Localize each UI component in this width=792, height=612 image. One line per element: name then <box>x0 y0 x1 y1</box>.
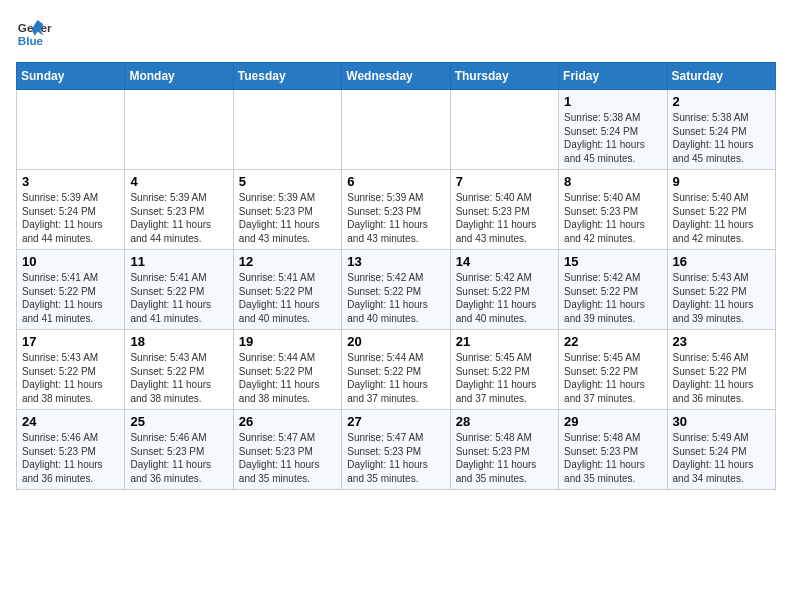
day-cell: 16Sunrise: 5:43 AM Sunset: 5:22 PM Dayli… <box>667 250 775 330</box>
day-number: 25 <box>130 414 227 429</box>
day-cell <box>17 90 125 170</box>
logo: General Blue <box>16 16 56 52</box>
day-number: 11 <box>130 254 227 269</box>
day-number: 19 <box>239 334 336 349</box>
header-sunday: Sunday <box>17 63 125 90</box>
day-number: 20 <box>347 334 444 349</box>
day-cell: 27Sunrise: 5:47 AM Sunset: 5:23 PM Dayli… <box>342 410 450 490</box>
header-tuesday: Tuesday <box>233 63 341 90</box>
logo-icon: General Blue <box>16 16 52 52</box>
day-number: 2 <box>673 94 770 109</box>
day-info: Sunrise: 5:39 AM Sunset: 5:23 PM Dayligh… <box>239 191 336 245</box>
day-cell: 11Sunrise: 5:41 AM Sunset: 5:22 PM Dayli… <box>125 250 233 330</box>
day-info: Sunrise: 5:44 AM Sunset: 5:22 PM Dayligh… <box>347 351 444 405</box>
day-info: Sunrise: 5:47 AM Sunset: 5:23 PM Dayligh… <box>239 431 336 485</box>
header-friday: Friday <box>559 63 667 90</box>
day-info: Sunrise: 5:45 AM Sunset: 5:22 PM Dayligh… <box>564 351 661 405</box>
day-info: Sunrise: 5:42 AM Sunset: 5:22 PM Dayligh… <box>456 271 553 325</box>
day-cell: 1Sunrise: 5:38 AM Sunset: 5:24 PM Daylig… <box>559 90 667 170</box>
day-cell <box>450 90 558 170</box>
day-info: Sunrise: 5:45 AM Sunset: 5:22 PM Dayligh… <box>456 351 553 405</box>
svg-text:Blue: Blue <box>18 34 44 47</box>
day-number: 9 <box>673 174 770 189</box>
week-row-2: 3Sunrise: 5:39 AM Sunset: 5:24 PM Daylig… <box>17 170 776 250</box>
header-row: SundayMondayTuesdayWednesdayThursdayFrid… <box>17 63 776 90</box>
day-cell: 17Sunrise: 5:43 AM Sunset: 5:22 PM Dayli… <box>17 330 125 410</box>
day-cell: 10Sunrise: 5:41 AM Sunset: 5:22 PM Dayli… <box>17 250 125 330</box>
day-cell: 19Sunrise: 5:44 AM Sunset: 5:22 PM Dayli… <box>233 330 341 410</box>
day-info: Sunrise: 5:41 AM Sunset: 5:22 PM Dayligh… <box>130 271 227 325</box>
day-info: Sunrise: 5:38 AM Sunset: 5:24 PM Dayligh… <box>564 111 661 165</box>
day-info: Sunrise: 5:40 AM Sunset: 5:23 PM Dayligh… <box>456 191 553 245</box>
day-number: 12 <box>239 254 336 269</box>
day-cell: 29Sunrise: 5:48 AM Sunset: 5:23 PM Dayli… <box>559 410 667 490</box>
day-number: 30 <box>673 414 770 429</box>
day-info: Sunrise: 5:43 AM Sunset: 5:22 PM Dayligh… <box>673 271 770 325</box>
day-number: 10 <box>22 254 119 269</box>
day-number: 7 <box>456 174 553 189</box>
day-cell: 4Sunrise: 5:39 AM Sunset: 5:23 PM Daylig… <box>125 170 233 250</box>
day-cell: 21Sunrise: 5:45 AM Sunset: 5:22 PM Dayli… <box>450 330 558 410</box>
day-cell: 23Sunrise: 5:46 AM Sunset: 5:22 PM Dayli… <box>667 330 775 410</box>
day-info: Sunrise: 5:38 AM Sunset: 5:24 PM Dayligh… <box>673 111 770 165</box>
day-info: Sunrise: 5:39 AM Sunset: 5:24 PM Dayligh… <box>22 191 119 245</box>
day-info: Sunrise: 5:40 AM Sunset: 5:22 PM Dayligh… <box>673 191 770 245</box>
calendar-table: SundayMondayTuesdayWednesdayThursdayFrid… <box>16 62 776 490</box>
day-info: Sunrise: 5:48 AM Sunset: 5:23 PM Dayligh… <box>564 431 661 485</box>
day-number: 24 <box>22 414 119 429</box>
day-info: Sunrise: 5:44 AM Sunset: 5:22 PM Dayligh… <box>239 351 336 405</box>
day-info: Sunrise: 5:40 AM Sunset: 5:23 PM Dayligh… <box>564 191 661 245</box>
day-number: 6 <box>347 174 444 189</box>
day-info: Sunrise: 5:43 AM Sunset: 5:22 PM Dayligh… <box>130 351 227 405</box>
day-number: 5 <box>239 174 336 189</box>
day-number: 8 <box>564 174 661 189</box>
day-cell: 8Sunrise: 5:40 AM Sunset: 5:23 PM Daylig… <box>559 170 667 250</box>
day-number: 4 <box>130 174 227 189</box>
day-info: Sunrise: 5:43 AM Sunset: 5:22 PM Dayligh… <box>22 351 119 405</box>
day-cell: 12Sunrise: 5:41 AM Sunset: 5:22 PM Dayli… <box>233 250 341 330</box>
day-info: Sunrise: 5:49 AM Sunset: 5:24 PM Dayligh… <box>673 431 770 485</box>
day-cell: 18Sunrise: 5:43 AM Sunset: 5:22 PM Dayli… <box>125 330 233 410</box>
header-saturday: Saturday <box>667 63 775 90</box>
day-cell <box>125 90 233 170</box>
day-number: 15 <box>564 254 661 269</box>
week-row-5: 24Sunrise: 5:46 AM Sunset: 5:23 PM Dayli… <box>17 410 776 490</box>
day-number: 14 <box>456 254 553 269</box>
day-info: Sunrise: 5:42 AM Sunset: 5:22 PM Dayligh… <box>347 271 444 325</box>
day-cell: 6Sunrise: 5:39 AM Sunset: 5:23 PM Daylig… <box>342 170 450 250</box>
day-cell: 15Sunrise: 5:42 AM Sunset: 5:22 PM Dayli… <box>559 250 667 330</box>
day-cell: 14Sunrise: 5:42 AM Sunset: 5:22 PM Dayli… <box>450 250 558 330</box>
day-cell: 20Sunrise: 5:44 AM Sunset: 5:22 PM Dayli… <box>342 330 450 410</box>
day-info: Sunrise: 5:46 AM Sunset: 5:23 PM Dayligh… <box>130 431 227 485</box>
day-number: 23 <box>673 334 770 349</box>
day-cell <box>342 90 450 170</box>
day-cell: 30Sunrise: 5:49 AM Sunset: 5:24 PM Dayli… <box>667 410 775 490</box>
day-number: 16 <box>673 254 770 269</box>
day-cell: 3Sunrise: 5:39 AM Sunset: 5:24 PM Daylig… <box>17 170 125 250</box>
day-info: Sunrise: 5:39 AM Sunset: 5:23 PM Dayligh… <box>130 191 227 245</box>
day-cell: 9Sunrise: 5:40 AM Sunset: 5:22 PM Daylig… <box>667 170 775 250</box>
day-number: 1 <box>564 94 661 109</box>
day-number: 13 <box>347 254 444 269</box>
day-info: Sunrise: 5:46 AM Sunset: 5:23 PM Dayligh… <box>22 431 119 485</box>
day-number: 27 <box>347 414 444 429</box>
day-number: 22 <box>564 334 661 349</box>
header-wednesday: Wednesday <box>342 63 450 90</box>
header-monday: Monday <box>125 63 233 90</box>
day-info: Sunrise: 5:42 AM Sunset: 5:22 PM Dayligh… <box>564 271 661 325</box>
day-info: Sunrise: 5:48 AM Sunset: 5:23 PM Dayligh… <box>456 431 553 485</box>
day-number: 3 <box>22 174 119 189</box>
header-thursday: Thursday <box>450 63 558 90</box>
day-number: 21 <box>456 334 553 349</box>
week-row-3: 10Sunrise: 5:41 AM Sunset: 5:22 PM Dayli… <box>17 250 776 330</box>
day-info: Sunrise: 5:41 AM Sunset: 5:22 PM Dayligh… <box>22 271 119 325</box>
header: General Blue <box>16 16 776 52</box>
day-cell: 24Sunrise: 5:46 AM Sunset: 5:23 PM Dayli… <box>17 410 125 490</box>
day-cell: 5Sunrise: 5:39 AM Sunset: 5:23 PM Daylig… <box>233 170 341 250</box>
day-number: 18 <box>130 334 227 349</box>
day-number: 29 <box>564 414 661 429</box>
day-info: Sunrise: 5:47 AM Sunset: 5:23 PM Dayligh… <box>347 431 444 485</box>
day-info: Sunrise: 5:41 AM Sunset: 5:22 PM Dayligh… <box>239 271 336 325</box>
day-number: 17 <box>22 334 119 349</box>
day-cell: 25Sunrise: 5:46 AM Sunset: 5:23 PM Dayli… <box>125 410 233 490</box>
